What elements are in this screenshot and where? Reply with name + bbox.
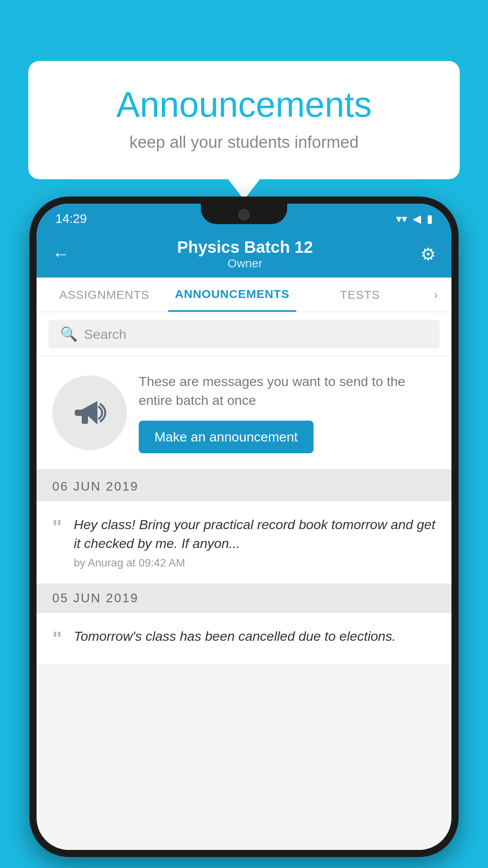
announcement-promo: These are messages you want to send to t… (37, 357, 451, 472)
promo-right: These are messages you want to send to t… (139, 372, 436, 453)
announcement-text-2: Tomorrow's class has been cancelled due … (74, 627, 436, 646)
header-title: Physics Batch 12 (177, 238, 313, 257)
announcement-item-2[interactable]: " Tomorrow's class has been cancelled du… (37, 613, 451, 664)
phone-camera (238, 209, 250, 220)
tab-more-icon[interactable]: › (424, 288, 448, 302)
settings-icon[interactable]: ⚙ (420, 244, 436, 264)
status-time: 14:29 (55, 211, 87, 226)
status-icons: ▾▾ ◀ ▮ (396, 212, 433, 225)
promo-description: These are messages you want to send to t… (139, 372, 436, 410)
promo-icon-circle (52, 375, 127, 450)
make-announcement-button[interactable]: Make an announcement (139, 421, 314, 453)
app-header: ← Physics Batch 12 Owner ⚙ (37, 230, 451, 278)
phone-notch (201, 204, 287, 224)
speech-bubble-card: Announcements keep all your students inf… (28, 61, 460, 179)
back-button[interactable]: ← (52, 244, 70, 264)
signal-icon: ◀ (413, 212, 421, 225)
phone-outer-shell: 14:29 ▾▾ ◀ ▮ ← Physics Batch 12 Owner ⚙ (29, 197, 459, 857)
quote-icon-1: " (52, 517, 62, 537)
wifi-icon: ▾▾ (396, 212, 407, 225)
header-center: Physics Batch 12 Owner (177, 238, 313, 270)
announcement-meta-1: by Anurag at 09:42 AM (74, 557, 436, 569)
bubble-title: Announcements (60, 85, 428, 125)
header-subtitle: Owner (177, 257, 313, 270)
search-bar[interactable]: 🔍 Search (48, 320, 440, 348)
tab-tests[interactable]: TESTS (296, 278, 424, 312)
announcement-text-1: Hey class! Bring your practical record b… (74, 515, 436, 553)
megaphone-icon (70, 393, 109, 432)
tab-announcements[interactable]: ANNOUNCEMENTS (168, 278, 296, 312)
search-placeholder: Search (84, 327, 127, 342)
tab-assignments[interactable]: ASSIGNMENTS (40, 278, 168, 312)
battery-icon: ▮ (427, 212, 433, 225)
quote-icon-2: " (52, 629, 62, 649)
date-separator-2: 05 JUN 2019 (37, 584, 451, 613)
announcement-content-1: Hey class! Bring your practical record b… (74, 515, 436, 569)
bubble-subtitle: keep all your students informed (60, 133, 428, 152)
date-separator-1: 06 JUN 2019 (37, 472, 451, 501)
announcement-item-1[interactable]: " Hey class! Bring your practical record… (37, 501, 451, 584)
announcement-content-2: Tomorrow's class has been cancelled due … (74, 627, 436, 650)
search-container: 🔍 Search (37, 312, 451, 357)
search-icon: 🔍 (60, 326, 78, 342)
tabs-bar: ASSIGNMENTS ANNOUNCEMENTS TESTS › (37, 278, 451, 312)
phone-screen: 14:29 ▾▾ ◀ ▮ ← Physics Batch 12 Owner ⚙ (37, 204, 451, 850)
phone-mockup: 14:29 ▾▾ ◀ ▮ ← Physics Batch 12 Owner ⚙ (29, 197, 459, 857)
